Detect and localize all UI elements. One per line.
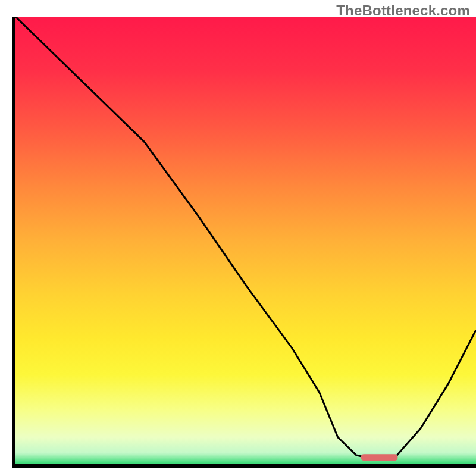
optimal-marker <box>361 454 398 461</box>
plot-area <box>12 17 476 468</box>
chart-container: TheBottleneck.com <box>0 0 476 476</box>
watermark-text: TheBottleneck.com <box>336 2 470 19</box>
chart-svg <box>0 0 476 476</box>
